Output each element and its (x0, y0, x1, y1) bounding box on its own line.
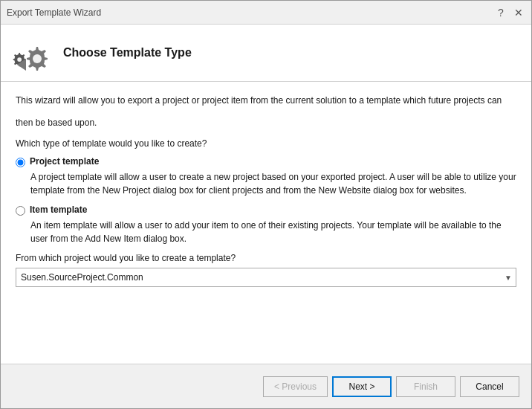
item-template-description: An item template will allow a user to ad… (30, 219, 516, 245)
export-template-wizard: Export Template Wizard ? ✕ (0, 0, 532, 409)
project-dropdown[interactable]: Susen.SourceProject.Common (16, 268, 516, 287)
close-button[interactable]: ✕ (512, 6, 525, 19)
template-type-question: Which type of template would you like to… (16, 138, 516, 149)
content-area: This wizard will allow you to export a p… (1, 82, 531, 364)
description-line1: This wizard will allow you to export a p… (16, 94, 516, 107)
template-type-radio-group: Project template A project template will… (16, 156, 516, 245)
wizard-footer: < Previous Next > Finish Cancel (1, 364, 531, 408)
project-template-option: Project template (16, 156, 516, 167)
previous-button[interactable]: < Previous (263, 376, 328, 397)
finish-button[interactable]: Finish (396, 376, 455, 397)
item-template-radio[interactable] (16, 206, 25, 216)
project-template-description: A project template will allow a user to … (30, 170, 516, 197)
svg-point-1 (17, 57, 22, 62)
wizard-header: Choose Template Type (1, 25, 531, 82)
wizard-step-title: Choose Template Type (63, 46, 192, 59)
project-dropdown-container: Susen.SourceProject.Common ▼ (16, 268, 516, 287)
wizard-icon (13, 33, 51, 72)
description-line2: then be based upon. (16, 116, 516, 129)
help-button[interactable]: ? (494, 6, 507, 19)
next-button[interactable]: Next > (332, 376, 392, 397)
item-template-label[interactable]: Item template (30, 204, 87, 215)
title-bar-controls: ? ✕ (494, 6, 525, 19)
title-bar: Export Template Wizard ? ✕ (1, 1, 531, 25)
item-template-option: Item template (16, 204, 516, 216)
cancel-button[interactable]: Cancel (460, 376, 519, 397)
svg-point-0 (33, 54, 42, 63)
window-title: Export Template Wizard (7, 7, 494, 18)
project-template-label[interactable]: Project template (30, 156, 99, 167)
project-template-radio[interactable] (16, 158, 25, 167)
project-select-question: From which project would you like to cre… (16, 253, 516, 263)
